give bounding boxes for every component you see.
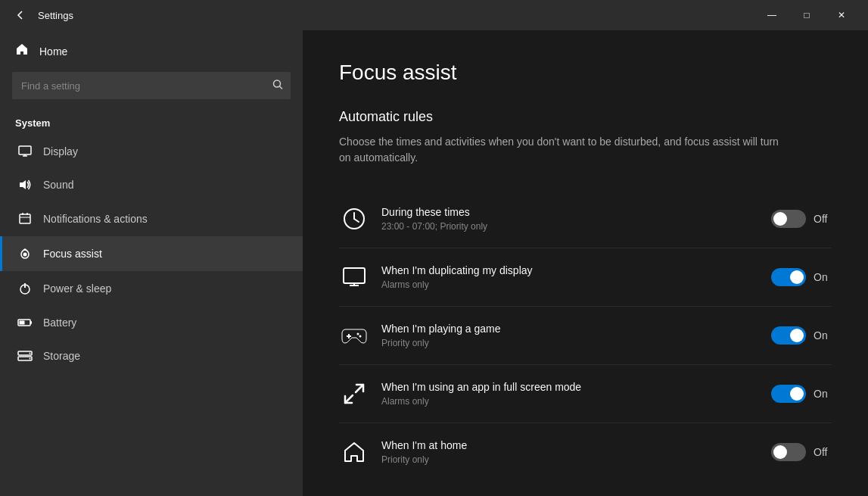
sidebar-item-notifications[interactable]: Notifications & actions xyxy=(0,201,303,236)
system-section-label: System xyxy=(0,111,303,135)
svg-rect-14 xyxy=(30,321,32,324)
section-heading: Automatic rules xyxy=(339,109,832,125)
window-controls: — □ ✕ xyxy=(754,0,859,30)
svg-point-18 xyxy=(30,353,31,354)
maximize-button[interactable]: □ xyxy=(789,0,824,30)
content-area: Focus assist Automatic rules Choose the … xyxy=(303,30,868,496)
power-icon xyxy=(17,282,33,295)
app-title: Settings xyxy=(38,10,754,21)
sidebar-item-home[interactable]: Home xyxy=(0,30,303,72)
svg-point-28 xyxy=(357,333,359,335)
focus-assist-label: Focus assist xyxy=(43,248,102,260)
svg-point-0 xyxy=(274,80,281,87)
rule-fullscreen-subtitle: Alarms only xyxy=(381,396,771,407)
clock-icon xyxy=(339,204,369,234)
home-icon xyxy=(15,42,29,60)
rule-home-toggle[interactable] xyxy=(771,443,806,461)
svg-line-22 xyxy=(354,219,359,222)
rule-during-times-text: During these times 23:00 - 07:00; Priori… xyxy=(381,206,771,232)
rule-home-title: When I'm at home xyxy=(381,439,771,451)
storage-icon xyxy=(17,351,33,361)
svg-line-31 xyxy=(356,385,363,392)
toggle-thumb xyxy=(790,329,804,342)
svg-point-19 xyxy=(30,358,31,360)
rule-home-toggle-area: Off xyxy=(771,443,832,461)
rule-duplicating-display: When I'm duplicating my display Alarms o… xyxy=(339,248,832,307)
rule-playing-game: When I'm playing a game Priority only On xyxy=(339,307,832,365)
monitor-icon xyxy=(339,262,369,292)
rule-duplicating-toggle-label: On xyxy=(814,271,832,283)
svg-rect-23 xyxy=(344,268,365,283)
power-sleep-label: Power & sleep xyxy=(43,282,111,295)
svg-point-29 xyxy=(359,335,362,338)
storage-label: Storage xyxy=(43,350,80,362)
notifications-label: Notifications & actions xyxy=(43,213,148,225)
titlebar: Settings — □ ✕ xyxy=(0,0,868,30)
sound-label: Sound xyxy=(43,179,73,191)
rule-during-times-toggle-area: Off xyxy=(771,210,832,228)
rule-duplicating-toggle[interactable] xyxy=(771,268,806,286)
gamepad-icon xyxy=(339,320,369,351)
section-description: Choose the times and activities when you… xyxy=(339,134,793,166)
sidebar-item-display[interactable]: Display xyxy=(0,135,303,168)
rule-during-times-subtitle: 23:00 - 07:00; Priority only xyxy=(381,221,771,232)
sidebar-item-storage[interactable]: Storage xyxy=(0,339,303,373)
svg-marker-5 xyxy=(20,180,26,189)
rule-during-times-toggle-label: Off xyxy=(814,213,832,225)
rule-during-times: During these times 23:00 - 07:00; Priori… xyxy=(339,190,832,248)
rule-game-toggle[interactable] xyxy=(771,326,806,345)
svg-rect-6 xyxy=(20,214,30,223)
main-layout: Home System Display xyxy=(0,30,868,496)
sidebar-item-sound[interactable]: Sound xyxy=(0,168,303,201)
minimize-button[interactable]: — xyxy=(754,0,789,30)
rule-game-toggle-label: On xyxy=(814,329,832,342)
svg-point-10 xyxy=(23,253,27,257)
rule-fullscreen-toggle-area: On xyxy=(771,385,832,403)
close-button[interactable]: ✕ xyxy=(824,0,859,30)
sidebar-item-power-sleep[interactable]: Power & sleep xyxy=(0,271,303,306)
home-location-icon xyxy=(339,437,369,467)
toggle-thumb xyxy=(773,212,787,226)
sidebar-item-focus-assist[interactable]: Focus assist xyxy=(0,236,303,271)
battery-icon xyxy=(17,318,33,327)
sidebar: Home System Display xyxy=(0,30,303,496)
search-input[interactable] xyxy=(12,72,291,99)
search-icon xyxy=(272,80,283,92)
home-label: Home xyxy=(39,45,67,58)
sidebar-item-battery[interactable]: Battery xyxy=(0,306,303,339)
rule-game-text: When I'm playing a game Priority only xyxy=(381,323,771,348)
toggle-thumb xyxy=(790,387,804,401)
rule-fullscreen-toggle[interactable] xyxy=(771,385,806,403)
svg-line-1 xyxy=(280,86,283,89)
rule-game-toggle-area: On xyxy=(771,326,832,345)
rule-full-screen: When I'm using an app in full screen mod… xyxy=(339,365,832,423)
sound-icon xyxy=(17,179,33,191)
fullscreen-icon xyxy=(339,379,369,409)
svg-rect-2 xyxy=(19,146,31,154)
notifications-icon xyxy=(17,212,33,226)
toggle-thumb xyxy=(773,445,787,459)
rule-home-toggle-label: Off xyxy=(814,446,832,458)
rule-home-subtitle: Priority only xyxy=(381,454,771,465)
search-container xyxy=(12,72,291,99)
display-label: Display xyxy=(43,145,78,158)
rule-home-text: When I'm at home Priority only xyxy=(381,439,771,465)
rule-game-subtitle: Priority only xyxy=(381,338,771,348)
rule-game-title: When I'm playing a game xyxy=(381,323,771,335)
rule-during-times-title: During these times xyxy=(381,206,771,218)
rule-duplicating-text: When I'm duplicating my display Alarms o… xyxy=(381,264,771,290)
toggle-thumb xyxy=(790,270,804,284)
svg-rect-15 xyxy=(20,321,25,325)
rule-fullscreen-toggle-label: On xyxy=(814,388,832,400)
battery-label: Battery xyxy=(43,317,76,329)
rule-duplicating-title: When I'm duplicating my display xyxy=(381,264,771,276)
rule-duplicating-subtitle: Alarms only xyxy=(381,279,771,290)
rule-at-home: When I'm at home Priority only Off xyxy=(339,423,832,481)
rule-during-times-toggle[interactable] xyxy=(771,210,806,228)
rule-duplicating-toggle-area: On xyxy=(771,268,832,286)
svg-line-30 xyxy=(345,395,353,403)
rule-fullscreen-title: When I'm using an app in full screen mod… xyxy=(381,381,771,393)
focus-assist-icon xyxy=(17,247,33,260)
page-title: Focus assist xyxy=(339,61,832,85)
back-button[interactable] xyxy=(9,4,32,27)
